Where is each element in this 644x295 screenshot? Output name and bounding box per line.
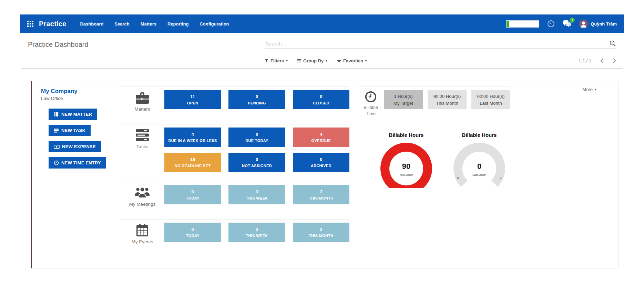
stat-tile-overdue[interactable]: 4 OVERDUE	[293, 128, 349, 147]
gauge-title: Billable Hours	[448, 132, 510, 138]
stat-tile-pending[interactable]: 0 PENDING	[228, 90, 285, 109]
timer-widget[interactable]	[506, 20, 539, 28]
control-panel: Practice Dashboard Filters	[20, 33, 624, 68]
nav-item-search[interactable]: Search	[114, 21, 129, 27]
stat-tile-events-month[interactable]: 3 THIS MONTH	[293, 223, 349, 242]
stat-tile-no-deadline[interactable]: 18 NO DEADLINE SET	[164, 153, 221, 172]
billable-gauges: Billable Hours 90 This Month Billable Ho…	[360, 127, 510, 188]
stat-tile-due-week[interactable]: 4 DUE IN A WEEK OR LESS	[164, 128, 221, 147]
list-icon	[54, 128, 59, 133]
gauge-value: 90	[380, 162, 432, 171]
activities-clock-icon[interactable]	[547, 20, 555, 28]
caret-down-icon: ▾	[286, 59, 288, 62]
more-label: More	[582, 87, 593, 92]
billable-tile-last-month[interactable]: 00:00 Hour(s) Last Month	[471, 90, 510, 109]
top-navbar: Practice Dashboard Search Matters Report…	[20, 14, 624, 33]
stat-tile-meetings-week[interactable]: 3 THIS WEEK	[228, 185, 285, 204]
star-icon: ★	[337, 58, 341, 63]
tasks-icon	[120, 128, 164, 142]
action-label: NEW EXPENSE	[62, 144, 96, 149]
apps-grid-icon[interactable]	[27, 21, 33, 27]
clock-icon	[54, 160, 59, 165]
money-icon	[54, 145, 60, 149]
billable-time-label: Billable Time	[360, 104, 382, 116]
nav-item-reporting[interactable]: Reporting	[167, 21, 188, 27]
group-by-label: Group By	[303, 58, 324, 63]
stat-tile-events-today[interactable]: 0 TODAY	[164, 223, 221, 242]
favorites-label: Favorites	[343, 58, 363, 63]
tasks-group: Tasks 4 DUE IN A WEEK OR LESS 0 DUE	[120, 124, 349, 182]
app-window: Practice Dashboard Search Matters Report…	[0, 0, 644, 68]
stat-tile-open[interactable]: 11 OPEN	[164, 90, 221, 109]
filter-icon	[265, 59, 268, 63]
caret-down-icon: ▾	[594, 88, 596, 91]
pager-value: 1-1 / 1	[579, 58, 591, 63]
new-expense-button[interactable]: NEW EXPENSE	[49, 141, 101, 152]
filters-button[interactable]: Filters ▾	[265, 58, 288, 63]
stat-tile-meetings-month[interactable]: 3 THIS MONTH	[293, 185, 349, 204]
quick-actions: NEW MATTER NEW TASK	[49, 109, 120, 169]
more-button[interactable]: More ▾	[580, 87, 598, 92]
matters-label: Matters	[120, 106, 164, 112]
company-dashboard-card: More ▾ My Company Law Office NE	[31, 81, 619, 268]
company-subtitle: Law Office	[41, 96, 120, 101]
caret-down-icon: ▾	[365, 59, 367, 62]
billable-tile-this-month[interactable]: 90:00 Hour(s) This Month	[428, 90, 467, 109]
messages-icon[interactable]: 1	[563, 20, 572, 28]
stat-tile-meetings-today[interactable]: 0 TODAY	[164, 185, 221, 204]
nav-item-dashboard[interactable]: Dashboard	[80, 21, 103, 27]
stat-tile-archived[interactable]: 0 ARCHIVED	[293, 153, 349, 172]
gauge-sublabel: This Month	[380, 173, 432, 176]
group-by-button[interactable]: Group By ▾	[297, 58, 327, 63]
events-group: My Events 0 TODAY 3 THIS WEEK	[120, 219, 349, 244]
billable-time-group: Billable Time 1 Hour(s) My Target 90:00 …	[360, 87, 510, 116]
matters-group: Matters 11 OPEN 0 PENDING	[120, 87, 349, 124]
search-icon[interactable]	[609, 40, 616, 47]
action-label: NEW TIME ENTRY	[61, 160, 101, 165]
avatar	[579, 20, 588, 28]
divider	[164, 150, 349, 150]
main-menu: Dashboard Search Matters Reporting Confi…	[80, 21, 229, 27]
pager-next-button[interactable]	[613, 58, 616, 63]
meetings-group: My Meetings 0 TODAY 3 THIS WEEK	[120, 182, 349, 219]
gauge-title: Billable Hours	[375, 132, 437, 138]
user-name: Quỳnh Trâm	[591, 21, 617, 27]
stat-tile-due-today[interactable]: 0 DUE TODAY	[228, 128, 285, 147]
new-task-button[interactable]: NEW TASK	[49, 125, 91, 136]
gauge-this-month: Billable Hours 90 This Month	[375, 132, 437, 188]
search-input[interactable]	[265, 40, 609, 47]
stat-tile-closed[interactable]: 0 CLOSED	[293, 90, 349, 109]
nav-item-configuration[interactable]: Configuration	[200, 21, 229, 27]
group-by-icon	[297, 59, 301, 63]
page-title: Practice Dashboard	[28, 40, 89, 49]
book-icon	[54, 112, 59, 117]
gauge-max-label: 1	[500, 176, 502, 180]
events-label: My Events	[120, 239, 164, 244]
stat-tile-events-week[interactable]: 3 THIS WEEK	[228, 223, 285, 242]
company-name[interactable]: My Company	[41, 88, 120, 95]
messages-badge: 1	[570, 18, 575, 23]
stat-tile-not-assigned[interactable]: 0 NOT ASSIGNED	[228, 153, 285, 172]
users-icon	[120, 186, 164, 200]
gauge-value: 0	[453, 162, 505, 171]
new-time-entry-button[interactable]: NEW TIME ENTRY	[49, 157, 106, 169]
gauge-min-label: 0	[457, 176, 459, 180]
billable-clock-icon	[360, 91, 382, 103]
caret-down-icon: ▾	[326, 59, 327, 62]
meetings-label: My Meetings	[120, 202, 164, 207]
filters-label: Filters	[270, 58, 284, 63]
briefcase-icon	[120, 91, 164, 104]
gauge-last-month: Billable Hours 0 Last Month 0 1	[448, 132, 510, 188]
nav-item-matters[interactable]: Matters	[141, 21, 156, 27]
action-label: NEW MATTER	[61, 112, 92, 117]
favorites-button[interactable]: ★ Favorites ▾	[337, 58, 367, 63]
timer-progress	[507, 21, 509, 27]
new-matter-button[interactable]: NEW MATTER	[49, 109, 97, 120]
user-menu[interactable]: Quỳnh Trâm	[579, 20, 617, 28]
action-label: NEW TASK	[61, 128, 85, 133]
gauge-sublabel: Last Month	[453, 173, 505, 176]
billable-tile-my-target[interactable]: 1 Hour(s) My Target	[384, 90, 423, 109]
app-brand[interactable]: Practice	[39, 20, 66, 28]
dashboard-content: More ▾ My Company Law Office NE	[0, 68, 644, 268]
pager-previous-button[interactable]	[600, 58, 604, 63]
